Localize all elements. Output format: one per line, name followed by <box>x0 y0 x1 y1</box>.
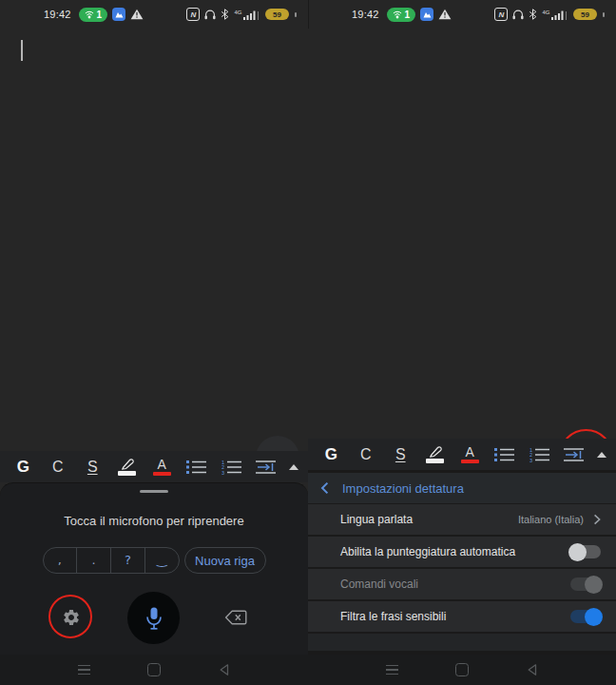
chevron-left-icon <box>320 481 329 495</box>
indent-button[interactable] <box>557 439 592 470</box>
caret-up-icon <box>597 452 606 458</box>
bold-button[interactable]: G <box>6 451 41 482</box>
setting-row-lingua-parlata[interactable]: Lingua parlata Italiano (Italia) <box>308 504 616 535</box>
new-line-chip[interactable]: Nuova riga <box>184 547 266 574</box>
headset-icon <box>204 10 216 20</box>
text-color-label: A <box>158 458 166 471</box>
text-color-button[interactable]: A <box>144 451 180 482</box>
back-button[interactable] <box>522 662 543 677</box>
status-bar: 19:42 1 N <box>0 0 308 29</box>
recents-button[interactable] <box>73 662 94 677</box>
italic-button[interactable]: C <box>349 439 384 470</box>
underline-button[interactable]: S <box>75 451 110 482</box>
text-color-label: A <box>466 445 474 459</box>
punctuation-chip[interactable]: , . ? ‿ <box>43 547 180 574</box>
setting-row-punteggiatura[interactable]: Abilita la punteggiatura automatica <box>308 537 616 567</box>
battery-indicator: 59 <box>573 9 597 20</box>
chevron-right-icon <box>593 514 601 525</box>
highlight-button[interactable] <box>110 451 145 482</box>
toggle-knob <box>585 576 603 594</box>
dictation-settings-panel: Impostazioni dettatura Lingua parlata It… <box>308 470 616 655</box>
cast-icon <box>393 10 402 19</box>
suggestion-chip-row: , . ? ‿ Nuova riga <box>0 547 308 574</box>
right-screen: 19:42 1 N <box>308 0 616 685</box>
text-color-bar <box>153 472 171 477</box>
underline-button[interactable]: S <box>383 439 418 470</box>
punct-period[interactable]: . <box>77 548 111 573</box>
network-type-label: 4G <box>234 10 241 15</box>
recents-button[interactable] <box>381 662 402 677</box>
screen-share-count: 1 <box>97 10 103 20</box>
highlighter-icon <box>427 445 444 458</box>
svg-text:3: 3 <box>529 457 532 461</box>
numbered-list-icon: 1 2 3 <box>221 460 241 475</box>
collapse-toolbar-button[interactable] <box>283 464 304 470</box>
text-editor-area[interactable] <box>0 29 308 451</box>
left-screen: 19:42 1 N <box>0 0 308 685</box>
navigation-bar <box>0 655 308 685</box>
sim2-signal-icon <box>258 11 260 20</box>
voice-typing-panel: Tocca il microfono per riprendere , . ? … <box>0 482 308 655</box>
row-value: Italiano (Italia) <box>518 514 584 525</box>
back-triangle-icon <box>218 663 231 676</box>
warning-icon <box>130 9 144 20</box>
caret-up-icon <box>289 464 298 470</box>
collapse-toolbar-button[interactable] <box>591 452 612 458</box>
battery-cap <box>603 12 605 17</box>
text-cursor <box>21 40 23 61</box>
bold-button[interactable]: G <box>314 439 349 470</box>
signal-icon: 4G <box>542 10 567 20</box>
bluetooth-icon <box>221 9 229 20</box>
home-button[interactable] <box>452 662 472 677</box>
highlight-button[interactable] <box>418 439 453 470</box>
setting-row-frasi-sensibili[interactable]: Filtra le frasi sensibili <box>308 601 616 632</box>
punct-space-symbol[interactable]: ‿ <box>145 548 179 573</box>
text-color-button[interactable]: A <box>452 439 488 470</box>
home-button[interactable] <box>144 662 164 677</box>
punct-question[interactable]: ? <box>111 548 145 573</box>
italic-label: C <box>52 460 64 475</box>
navigation-bar <box>308 655 616 685</box>
text-editor-area[interactable] <box>308 29 616 439</box>
screen-share-badge: 1 <box>387 8 416 22</box>
row-label: Abilita la punteggiatura automatica <box>340 545 570 558</box>
sim2-signal-icon <box>566 11 568 20</box>
bold-label: G <box>325 446 337 462</box>
numbered-list-button[interactable]: 1 2 3 <box>214 451 249 482</box>
battery-percent: 59 <box>581 10 589 19</box>
toggle-sensitive-phrases[interactable] <box>570 610 601 623</box>
backspace-button[interactable] <box>224 610 247 625</box>
numbered-list-button[interactable]: 1 2 3 <box>522 439 557 470</box>
home-square-icon <box>455 663 469 676</box>
drag-handle[interactable] <box>140 490 168 493</box>
bulleted-list-icon <box>494 447 514 462</box>
signal-bars-icon <box>551 10 564 20</box>
microphone-button[interactable] <box>127 592 180 644</box>
home-square-icon <box>147 663 161 676</box>
setting-row-comandi-vocali: Comandi vocali <box>308 569 616 599</box>
back-button[interactable] <box>214 662 235 677</box>
indent-button[interactable] <box>249 451 284 482</box>
bluetooth-icon <box>529 9 537 20</box>
bold-label: G <box>17 459 29 475</box>
nfc-icon: N <box>494 8 508 21</box>
bulleted-list-button[interactable] <box>488 439 523 470</box>
toggle-voice-commands <box>570 577 601 591</box>
indent-icon <box>564 447 584 462</box>
italic-label: C <box>360 447 372 462</box>
formatting-toolbar: G C S A <box>308 439 616 470</box>
toggle-auto-punctuation[interactable] <box>570 545 601 558</box>
signal-icon: 4G <box>234 10 259 20</box>
back-triangle-icon <box>526 663 539 676</box>
bulleted-list-button[interactable] <box>180 451 215 482</box>
italic-button[interactable]: C <box>41 451 76 482</box>
voice-settings-button[interactable] <box>62 608 81 627</box>
settings-title: Impostazioni dettatura <box>342 481 464 496</box>
voice-prompt: Tocca il microfono per riprendere <box>0 514 308 528</box>
back-chevron-button[interactable] <box>320 481 329 495</box>
signal-bars-icon <box>243 10 256 20</box>
backspace-icon <box>224 610 247 625</box>
bulleted-list-icon <box>186 460 206 475</box>
dual-screenshot-canvas: 19:42 1 N <box>0 0 616 685</box>
punct-comma[interactable]: , <box>44 548 78 573</box>
